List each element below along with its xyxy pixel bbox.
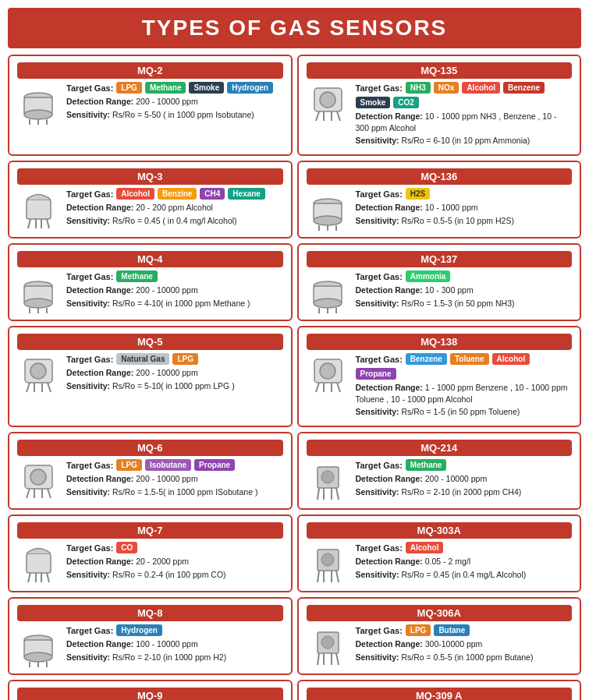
tag-isobutane: Isobutane [145,459,191,471]
card-inner: Target Gas:HydrogenDetection Range: 100 … [17,624,283,667]
card-inner: Target Gas:AmmoniaDetection Range: 10 - … [307,270,573,313]
detection-range: Detection Range: 200 - 10000 ppm [66,96,283,108]
target-gas-label: Target Gas: [356,543,403,553]
card-inner: Target Gas:LPGMethaneSmokeHydrogenDetect… [17,82,283,125]
card-body: Target Gas:AlcoholBenzineCH4HexaneDetect… [66,188,283,228]
tag-hydrogen2: Hydrogen [116,624,162,636]
tag-ammonia: Ammonia [406,270,451,282]
tag-smoke: Smoke [189,82,224,94]
sensor-card-mq-9: MQ-9 Target Gas:COMethaneDetection Range… [8,680,293,700]
sensor-card-mq-3: MQ-3 Target Gas:AlcoholBenzineCH4HexaneD… [8,161,293,239]
detection-range: Detection Range: 0.05 - 2 mg/l [356,556,573,567]
target-gas-label: Target Gas: [66,83,113,93]
sensor-card-mq-309-a: MQ-309 A Target Gas:COCombustible GasesD… [297,680,582,700]
card-body: Target Gas:AlcoholDetection Range: 0.05 … [356,542,573,582]
target-gas-row: Target Gas:Ammonia [356,270,573,282]
target-gas-row: Target Gas:LPGIsobutanePropane [66,459,283,471]
tag-hexane: Hexane [228,188,265,200]
sensor-card-mq-5: MQ-5 Target Gas:Natural GasLPGDetection … [8,326,293,427]
card-inner: Target Gas:LPGButaneDetection Range: 300… [307,624,573,667]
detection-range: Detection Range: 20 - 200 ppm Alcohol [66,202,283,214]
target-gas-row: Target Gas:CO [66,542,283,553]
card-inner: Target Gas:MethaneDetection Range: 200 -… [307,459,573,502]
tag-co2: CO2 [393,97,419,108]
sensitivity-info: Sensitivity: Rs/Ro = 6-10 (in 10 ppm Amm… [356,135,573,147]
svg-point-48 [30,469,46,485]
sensor-card-mq-8: MQ-8 Target Gas:HydrogenDetection Range:… [8,597,293,675]
target-gas-row: Target Gas:H2S [356,188,573,200]
detection-range: Detection Range: 200 - 10000 ppm [66,285,283,296]
detection-range: Detection Range: 10 - 1000 ppm NH3 , Ben… [356,111,573,133]
target-gas-label: Target Gas: [356,355,403,364]
svg-point-65 [321,553,334,566]
sensor-image [307,624,349,667]
sensor-image [307,353,349,396]
sensitivity-info: Sensitivity: Rs/Ro = 1-5 (in 50 ppm Tolu… [356,406,573,418]
sensor-id-badge: MQ-306A [307,605,573,621]
card-inner: Target Gas:AlcoholDetection Range: 0.05 … [307,542,573,585]
tag-butane: Butane [434,624,470,636]
svg-line-52 [48,489,51,498]
sensitivity-info: Sensitivity: Rs/Ro = 2-10 (in 2000 ppm C… [356,486,573,498]
target-gas-row: Target Gas:NH3NOxAlcoholBenzeneSmokeCO2 [356,82,573,108]
sensor-id-badge: MQ-7 [17,522,283,539]
sensor-image [17,459,60,502]
sensor-id-badge: MQ-8 [17,605,283,621]
sensor-card-mq-137: MQ-137 Target Gas:AmmoniaDetection Range… [297,243,582,321]
target-gas-label: Target Gas: [356,626,403,635]
svg-point-54 [321,471,334,483]
tag-methane2: Methane [116,270,158,282]
sensor-card-mq-306a: MQ-306A Target Gas:LPGButaneDetection Ra… [297,597,582,675]
card-body: Target Gas:Natural GasLPGDetection Range… [66,353,283,393]
card-inner: Target Gas:BenzeneTolueneAlcoholPropaneD… [307,353,573,419]
sensor-card-mq-303a: MQ-303A Target Gas:AlcoholDetection Rang… [297,514,582,592]
svg-point-19 [314,216,342,225]
sensor-image [17,270,60,313]
card-inner: Target Gas:NH3NOxAlcoholBenzeneSmokeCO2D… [307,82,573,148]
target-gas-label: Target Gas: [66,626,113,635]
svg-point-2 [24,110,52,119]
sensor-id-badge: MQ-2 [17,62,283,79]
sensitivity-info: Sensitivity: Rs/Ro = 0.5-5 (in 10 ppm H2… [356,215,573,227]
target-gas-row: Target Gas:Natural GasLPG [66,353,283,365]
svg-rect-12 [27,200,51,219]
svg-point-72 [24,652,52,662]
sensor-card-mq-6: MQ-6 Target Gas:LPGIsobutanePropaneDetec… [8,432,293,510]
sensor-id-badge: MQ-214 [307,440,573,456]
svg-point-42 [320,363,335,379]
sensitivity-info: Sensitivity: Rs/Ro = 0.5-5 (in 1000 ppm … [356,652,573,663]
sensor-id-badge: MQ-309 A [307,688,573,700]
svg-line-55 [318,488,319,500]
tag-co: CO [116,542,137,553]
svg-line-58 [336,488,339,500]
page-wrapper: TYPES OF GAS SENSORS MQ-2 Target Gas:LPG… [0,0,589,700]
svg-rect-59 [27,553,51,573]
target-gas-row: Target Gas:BenzeneTolueneAlcoholPropane [356,353,573,380]
sensor-card-mq-138: MQ-138 Target Gas:BenzeneTolueneAlcoholP… [297,326,582,427]
tag-natural-gas: Natural Gas [116,353,169,365]
tag-benzene2: Benzene [503,82,545,94]
tag-alcohol3: Alcohol [492,353,530,365]
sensor-image [307,270,349,313]
svg-line-46 [337,383,340,392]
svg-line-69 [336,571,339,582]
sensor-card-mq-2: MQ-2 Target Gas:LPGMethaneSmokeHydrogenD… [8,55,293,156]
sensitivity-info: Sensitivity: Rs/Ro = 4-10( in 1000 ppm M… [66,298,283,309]
card-inner: Target Gas:MethaneDetection Range: 200 -… [17,270,283,313]
target-gas-row: Target Gas:Alcohol [356,542,573,553]
target-gas-row: Target Gas:LPGMethaneSmokeHydrogen [66,82,283,94]
target-gas-label: Target Gas: [66,272,113,281]
tag-nh3: NH3 [406,82,431,94]
tag-toluene: Toluene [450,353,489,365]
svg-point-31 [314,299,342,308]
detection-range: Detection Range: 300-10000 ppm [356,638,573,650]
detection-range: Detection Range: 200 - 10000 ppm [66,367,283,379]
sensor-id-badge: MQ-5 [17,334,283,350]
svg-line-43 [316,383,319,392]
card-body: Target Gas:LPGMethaneSmokeHydrogenDetect… [66,82,283,122]
sensor-image [307,542,349,585]
tag-ch4: CH4 [200,188,225,200]
detection-range: Detection Range: 20 - 2000 ppm [66,556,283,567]
svg-line-8 [316,111,319,121]
card-body: Target Gas:HydrogenDetection Range: 100 … [66,624,283,664]
